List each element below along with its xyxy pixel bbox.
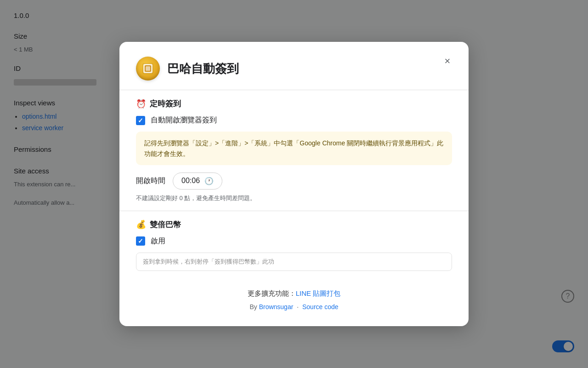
enable-label: 啟用 [151, 236, 165, 246]
double-coin-emoji: 💰 [136, 219, 146, 230]
time-hint: 不建議設定剛好 0 點，避免產生時間差問題。 [136, 194, 452, 202]
enable-checkbox[interactable] [136, 236, 145, 246]
footer-main: 更多擴充功能：LINE 貼圖打包 [136, 287, 452, 300]
svg-rect-3 [146, 66, 150, 71]
schedule-emoji: ⏰ [136, 99, 146, 109]
dialog-title: 巴哈自動簽到 [167, 61, 239, 77]
auto-browser-checkbox[interactable] [136, 116, 145, 125]
info-box: 記得先到瀏覽器「設定」>「進階」>「系統」中勾選「Google Chrome 關… [136, 132, 452, 165]
dialog-footer: 更多擴充功能：LINE 貼圖打包 By Brownsugar · Source … [136, 279, 452, 313]
double-coin-label: 雙倍巴幣 [150, 219, 181, 230]
close-button[interactable]: × [439, 53, 456, 69]
time-input[interactable]: 00:06 🕐 [173, 172, 222, 190]
schedule-section: ⏰ 定時簽到 自動開啟瀏覽器簽到 記得先到瀏覽器「設定」>「進階」>「系統」中勾… [136, 90, 452, 211]
schedule-label: 定時簽到 [150, 98, 181, 109]
extension-dialog: 巴哈自動簽到 × ⏰ 定時簽到 自動開啟瀏覽器簽到 記得先到瀏覽器「設定」>「進… [119, 42, 469, 326]
preview-text: 簽到拿到時候，右到射停「簽到獲得巴幣數」此功 [136, 253, 452, 271]
time-row: 開啟時間 00:06 🕐 [136, 172, 452, 190]
by-text: By [249, 303, 257, 310]
auto-browser-label: 自動開啟瀏覽器簽到 [151, 115, 217, 125]
dialog-header: 巴哈自動簽到 [136, 57, 452, 80]
time-value: 00:06 [181, 177, 200, 185]
auto-browser-row: 自動開啟瀏覽器簽到 [136, 115, 452, 125]
modal-overlay: 巴哈自動簽到 × ⏰ 定時簽到 自動開啟瀏覽器簽到 記得先到瀏覽器「設定」>「進… [0, 0, 588, 368]
schedule-header: ⏰ 定時簽到 [136, 98, 452, 109]
line-sticker-link[interactable]: LINE 貼圖打包 [296, 289, 341, 297]
footer-dot: · [297, 303, 299, 310]
double-coin-section: 💰 雙倍巴幣 啟用 簽到拿到時候，右到射停「簽到獲得巴幣數」此功 [136, 211, 452, 279]
more-features-text: 更多擴充功能： [248, 289, 296, 297]
app-icon [136, 57, 160, 80]
double-coin-header: 💰 雙倍巴幣 [136, 219, 452, 230]
author-link[interactable]: Brownsugar [259, 303, 294, 310]
footer-sub: By Brownsugar · Source code [136, 300, 452, 313]
enable-row: 啟用 [136, 236, 452, 246]
time-label: 開啟時間 [136, 176, 165, 186]
clock-icon: 🕐 [204, 177, 214, 185]
source-code-link[interactable]: Source code [302, 303, 339, 310]
